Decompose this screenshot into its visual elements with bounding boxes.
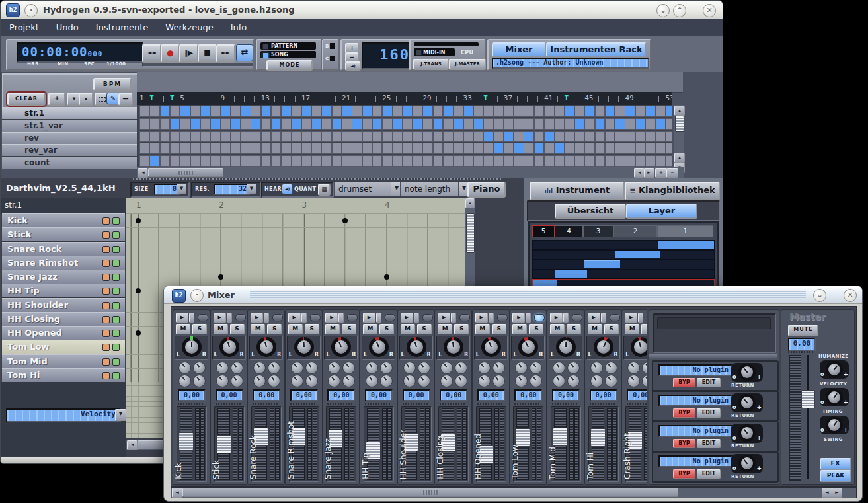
mute-button[interactable]: M — [438, 324, 452, 334]
song-cell[interactable] — [200, 143, 211, 154]
strip-volume-lcd[interactable]: 0,00 — [514, 389, 542, 401]
fx3-send-knob[interactable] — [366, 375, 378, 387]
song-cell[interactable] — [453, 118, 463, 130]
song-cell[interactable] — [625, 143, 635, 154]
instrument-solo-button[interactable] — [112, 358, 120, 366]
song-cell[interactable] — [160, 118, 171, 130]
fx2-send-knob[interactable] — [493, 362, 505, 374]
song-cell[interactable] — [534, 155, 545, 167]
song-cell[interactable] — [311, 106, 322, 117]
song-cell[interactable] — [332, 143, 342, 154]
song-cell[interactable] — [544, 155, 555, 167]
song-cell[interactable] — [342, 106, 352, 117]
song-cell[interactable] — [393, 143, 403, 154]
fx4-send-knob[interactable] — [380, 375, 393, 387]
fx2-send-knob[interactable] — [342, 362, 355, 374]
rewind-button[interactable]: ◄◄ — [142, 44, 161, 63]
fx1-send-knob[interactable] — [553, 362, 565, 374]
song-cell[interactable] — [534, 118, 545, 130]
mixer-scroll-left2-button[interactable]: ◄ — [822, 488, 832, 498]
layer-header-2[interactable]: 2 — [613, 225, 657, 237]
song-cell[interactable] — [584, 143, 595, 154]
song-cell[interactable] — [261, 118, 272, 130]
window-menu-icon[interactable]: · — [190, 289, 204, 302]
song-cell[interactable] — [382, 131, 393, 142]
song-cell[interactable] — [261, 106, 272, 117]
song-cell[interactable] — [595, 118, 606, 130]
song-hscrollbar[interactable]: ◄ ◄ ► + − — [137, 167, 684, 178]
song-cell[interactable] — [231, 131, 241, 142]
play-sample-button[interactable]: ▶ — [401, 313, 413, 323]
song-cell[interactable] — [281, 131, 292, 142]
song-cell[interactable] — [180, 155, 190, 167]
song-cell[interactable] — [574, 143, 585, 154]
song-cell[interactable] — [483, 118, 494, 130]
play-sample-button[interactable]: ▶ — [475, 313, 488, 323]
beat-counter-panel[interactable]: B C — [322, 39, 339, 71]
timeline-number[interactable]: 25 — [382, 94, 391, 102]
layer-header-4[interactable]: 4 — [555, 225, 582, 237]
song-cell[interactable] — [200, 118, 211, 130]
song-cell[interactable] — [342, 155, 352, 167]
song-cell[interactable] — [160, 155, 171, 167]
mute-button[interactable]: M — [363, 324, 377, 334]
res-dropdown-button[interactable]: ▼ — [247, 184, 256, 194]
fx1-send-knob[interactable] — [590, 362, 603, 374]
layer-velocity-bar[interactable] — [555, 270, 587, 278]
song-cell[interactable] — [584, 106, 595, 117]
song-scroll-up-button[interactable]: ▴ — [674, 106, 685, 116]
strip-volume-lcd[interactable]: 0,00 — [253, 389, 280, 401]
song-cell[interactable] — [301, 131, 312, 142]
song-cell[interactable] — [292, 118, 302, 130]
timeline-number[interactable]: 41 — [544, 94, 553, 102]
solo-button[interactable]: S — [192, 324, 207, 334]
song-cell[interactable] — [494, 155, 504, 167]
song-cell[interactable] — [514, 155, 524, 167]
song-cell[interactable] — [595, 106, 606, 117]
song-cell[interactable] — [180, 143, 190, 154]
play-sample-button[interactable]: ▶ — [363, 313, 375, 323]
instrument-row[interactable]: Snare Jazz — [2, 270, 125, 284]
note-dot[interactable] — [136, 218, 141, 223]
song-cell[interactable] — [281, 118, 292, 130]
close-button[interactable]: ✕ — [703, 4, 716, 17]
fx-edit-button[interactable]: EDIT — [697, 439, 721, 448]
trigger-bar-button[interactable] — [264, 313, 269, 323]
song-cell[interactable] — [605, 143, 615, 154]
song-cell[interactable] — [190, 118, 201, 130]
song-cell[interactable] — [645, 118, 656, 130]
song-cell[interactable] — [463, 106, 474, 117]
mute-button[interactable]: M — [512, 324, 527, 334]
fx-bypass-button[interactable]: BYP — [673, 408, 695, 418]
song-cell[interactable] — [139, 106, 150, 117]
song-cell[interactable] — [220, 155, 231, 167]
song-cell[interactable] — [483, 143, 494, 154]
fx3-send-knob[interactable] — [178, 375, 191, 387]
note-length-combo[interactable]: note length ▼ — [400, 182, 470, 196]
fx3-send-knob[interactable] — [553, 375, 565, 387]
song-cell[interactable] — [139, 131, 150, 142]
song-cell[interactable] — [605, 106, 615, 117]
trigger-bar-button[interactable] — [414, 313, 419, 323]
song-cell[interactable] — [241, 155, 251, 167]
song-cell[interactable] — [534, 131, 545, 142]
song-cell[interactable] — [565, 118, 575, 130]
instrument-solo-button[interactable] — [112, 246, 120, 253]
volume-fader-handle[interactable] — [178, 432, 194, 451]
play-pause-button[interactable]: ‖▶ — [179, 44, 198, 63]
record-button[interactable]: ● — [161, 44, 180, 63]
mode-button[interactable]: MODE — [266, 60, 313, 71]
instrument-row[interactable]: Snare Rock — [2, 242, 125, 256]
song-cell[interactable] — [382, 143, 393, 154]
song-cell[interactable] — [231, 106, 241, 117]
song-cell[interactable] — [271, 106, 282, 117]
fx1-send-knob[interactable] — [291, 362, 303, 374]
song-cell[interactable] — [311, 131, 322, 142]
instrument-rack-toggle-button[interactable]: Instrumenten Rack — [546, 42, 647, 57]
instrument-solo-button[interactable] — [112, 344, 120, 351]
song-cell[interactable] — [352, 155, 362, 167]
instrument-solo-button[interactable] — [112, 302, 120, 309]
song-cell[interactable] — [149, 155, 160, 167]
song-cell[interactable] — [261, 143, 272, 154]
instrument-row[interactable]: Snare Rimshot — [2, 256, 125, 270]
